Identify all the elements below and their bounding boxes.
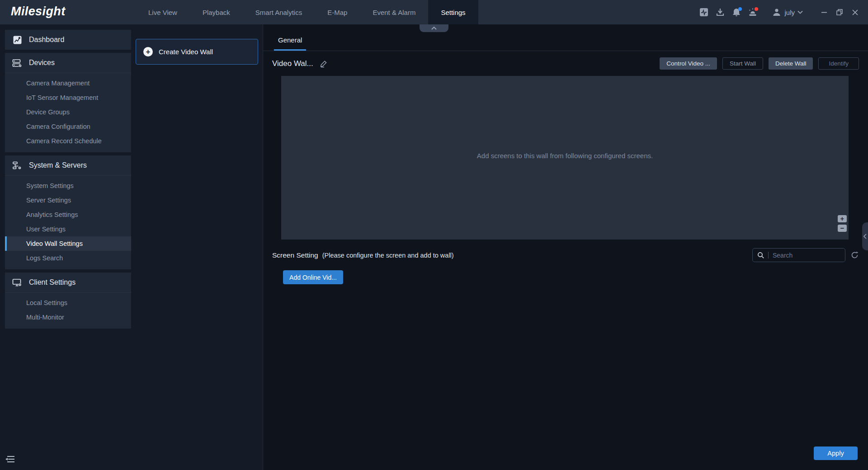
search-input[interactable]	[773, 252, 831, 259]
client-settings-items: Local Settings Multi-Monitor	[5, 292, 131, 329]
devices-items: Camera Management IoT Sensor Management …	[5, 73, 131, 152]
add-online-video-wall-button[interactable]: Add Online Vid...	[283, 270, 343, 284]
screen-search-box[interactable]	[752, 248, 845, 262]
screen-setting-hint: (Please configure the screen and add to …	[322, 252, 454, 259]
sidebar-item-logs-search[interactable]: Logs Search	[5, 251, 131, 265]
sidebar-item-devices[interactable]: Devices	[5, 53, 131, 73]
wall-name-label: Video Wal...	[272, 59, 313, 68]
screen-setting-row: Screen Setting (Please configure the scr…	[272, 248, 859, 262]
sidebar-section-dashboard: Dashboard	[5, 30, 131, 50]
sidebar-item-camera-configuration[interactable]: Camera Configuration	[5, 119, 131, 134]
edit-wall-name-button[interactable]	[320, 60, 328, 68]
system-servers-items: System Settings Server Settings Analytic…	[5, 175, 131, 269]
chevron-up-icon	[431, 27, 437, 30]
topbar-right: july	[693, 0, 861, 24]
refresh-icon	[850, 251, 859, 259]
collapse-right-panel-handle[interactable]	[862, 222, 868, 250]
sidebar-item-device-groups[interactable]: Device Groups	[5, 105, 131, 119]
wall-title-row: Video Wal... Control Video ... Start Wal…	[263, 51, 868, 76]
create-video-wall-button[interactable]: + Create Video Wall	[136, 39, 258, 65]
collapse-sidebar-button[interactable]	[5, 454, 18, 465]
sidebar-item-local-settings[interactable]: Local Settings	[5, 296, 131, 310]
search-icon	[757, 252, 764, 259]
pencil-icon	[320, 60, 328, 68]
nav-event-alarm[interactable]: Event & Alarm	[360, 0, 428, 24]
system-status-icon[interactable]	[698, 6, 710, 18]
client-settings-icon	[12, 278, 23, 287]
refresh-button[interactable]	[850, 251, 859, 259]
nav-settings[interactable]: Settings	[428, 0, 478, 24]
main-navigation: Live View Playback Smart Analytics E-Map…	[136, 0, 478, 24]
control-video-wall-button[interactable]: Control Video ...	[660, 57, 717, 70]
video-wall-list-panel: + Create Video Wall	[131, 24, 263, 470]
user-avatar-icon	[772, 8, 781, 17]
zoom-out-button[interactable]: −	[838, 225, 847, 232]
sidebar-item-server-settings[interactable]: Server Settings	[5, 193, 131, 207]
nav-playback[interactable]: Playback	[190, 0, 243, 24]
sidebar-item-system-settings[interactable]: System Settings	[5, 179, 131, 193]
sidebar-item-iot-sensor-management[interactable]: IoT Sensor Management	[5, 90, 131, 105]
dashboard-icon	[12, 35, 23, 45]
sidebar-section-system-servers: System & Servers System Settings Server …	[5, 155, 131, 269]
wall-zoom-controls: + −	[838, 215, 847, 232]
search-divider	[768, 252, 769, 258]
collapse-sidebar-icon	[5, 455, 16, 463]
nav-smart-analytics[interactable]: Smart Analytics	[243, 0, 315, 24]
sidebar-item-camera-record-schedule[interactable]: Camera Record Schedule	[5, 134, 131, 148]
close-button[interactable]	[849, 6, 861, 18]
video-wall-settings-main: General Video Wal... Control Video ... S…	[263, 24, 868, 470]
milesight-logo: Milesight	[11, 5, 66, 19]
sidebar-item-user-settings[interactable]: User Settings	[5, 222, 131, 236]
nav-live-view[interactable]: Live View	[136, 0, 190, 24]
chevron-left-icon	[863, 234, 867, 239]
nav-e-map[interactable]: E-Map	[315, 0, 360, 24]
user-menu[interactable]: july	[772, 8, 803, 17]
topbar: Milesight Live View Playback Smart Analy…	[0, 0, 868, 24]
sidebar-item-multi-monitor[interactable]: Multi-Monitor	[5, 310, 131, 324]
settings-sidebar: Dashboard Devices Camera Management IoT …	[0, 24, 131, 470]
system-servers-icon	[12, 161, 23, 170]
sidebar-item-dashboard[interactable]: Dashboard	[5, 30, 131, 50]
sidebar-section-devices: Devices Camera Management IoT Sensor Man…	[5, 53, 131, 152]
apply-button[interactable]: Apply	[814, 446, 858, 460]
tabbar: General	[263, 24, 868, 51]
start-wall-button[interactable]: Start Wall	[722, 57, 763, 70]
sidebar-item-analytics-settings[interactable]: Analytics Settings	[5, 207, 131, 222]
sidebar-item-video-wall-settings[interactable]: Video Wall Settings	[5, 236, 131, 251]
export-download-icon[interactable]	[714, 6, 726, 18]
notifications-bell-icon[interactable]	[731, 6, 742, 18]
wall-toolbar: Control Video ... Start Wall Delete Wall…	[660, 57, 859, 70]
window-controls	[815, 6, 861, 18]
username-label: july	[784, 9, 795, 16]
sidebar-item-camera-management[interactable]: Camera Management	[5, 76, 131, 90]
collapse-panel-button[interactable]	[420, 24, 448, 32]
zoom-in-button[interactable]: +	[838, 215, 847, 222]
app-body: Dashboard Devices Camera Management IoT …	[0, 24, 868, 470]
devices-icon	[12, 58, 23, 68]
restore-button[interactable]	[834, 6, 845, 18]
minimize-button[interactable]	[818, 6, 830, 18]
wall-empty-message: Add screens to this wall from following …	[281, 152, 849, 160]
notification-dot-blue	[738, 7, 742, 11]
plus-circle-icon: +	[143, 47, 153, 56]
alarm-icon[interactable]	[747, 6, 759, 18]
screen-setting-title: Screen Setting	[272, 251, 318, 259]
identify-button[interactable]: Identify	[818, 57, 859, 70]
sidebar-item-client-settings[interactable]: Client Settings	[5, 273, 131, 292]
sidebar-item-system-servers[interactable]: System & Servers	[5, 155, 131, 175]
delete-wall-button[interactable]: Delete Wall	[769, 57, 813, 70]
tab-general[interactable]: General	[278, 36, 302, 51]
sidebar-section-client-settings: Client Settings Local Settings Multi-Mon…	[5, 273, 131, 329]
chevron-down-icon	[797, 10, 803, 14]
wall-canvas: Add screens to this wall from following …	[281, 76, 849, 240]
